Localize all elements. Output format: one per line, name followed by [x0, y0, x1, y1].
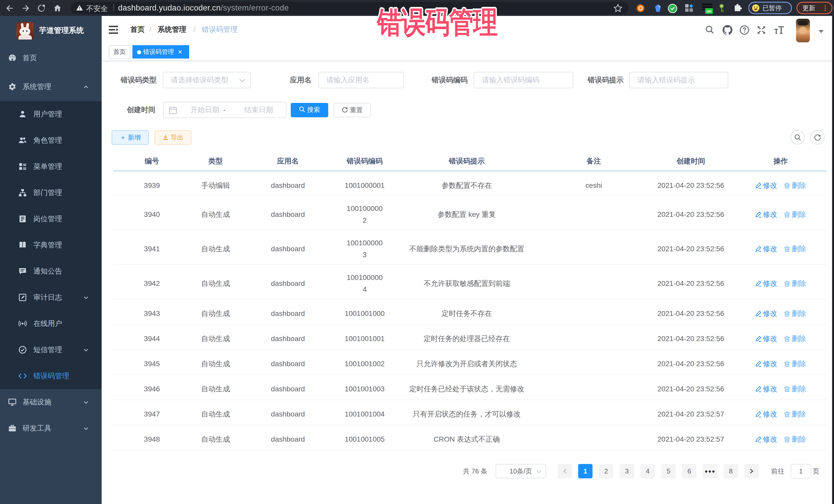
svg-text:on: on — [706, 9, 711, 13]
